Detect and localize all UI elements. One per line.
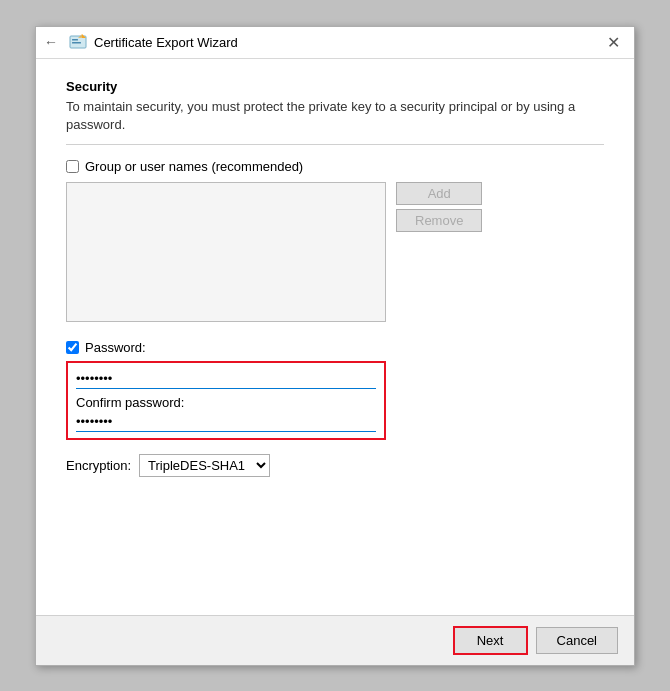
password-section: Password: Confirm password:	[66, 340, 604, 440]
encryption-dropdown[interactable]: TripleDES-SHA1 AES256-SHA256	[139, 454, 270, 477]
title-bar-left: ← Certificate Export Wizard	[44, 32, 238, 52]
wizard-icon	[68, 32, 88, 52]
password-checkbox-row: Password:	[66, 340, 604, 355]
group-checkbox[interactable]	[66, 160, 79, 173]
main-content: Security To maintain security, you must …	[36, 59, 634, 615]
password-label: Password:	[85, 340, 146, 355]
svg-rect-2	[72, 42, 81, 44]
encryption-row: Encryption: TripleDES-SHA1 AES256-SHA256	[66, 454, 604, 477]
section-description: To maintain security, you must protect t…	[66, 98, 604, 134]
next-button[interactable]: Next	[453, 626, 528, 655]
title-bar: ← Certificate Export Wizard ✕	[36, 27, 634, 59]
encryption-label: Encryption:	[66, 458, 131, 473]
add-button[interactable]: Add	[396, 182, 482, 205]
section-divider	[66, 144, 604, 145]
section-title: Security	[66, 79, 604, 94]
list-area: Add Remove	[66, 182, 604, 336]
password-checkbox[interactable]	[66, 341, 79, 354]
dialog-title: Certificate Export Wizard	[94, 35, 238, 50]
close-button[interactable]: ✕	[600, 29, 626, 55]
remove-button[interactable]: Remove	[396, 209, 482, 232]
back-button[interactable]: ←	[44, 34, 58, 50]
group-checkbox-row: Group or user names (recommended)	[66, 159, 604, 174]
footer: Next Cancel	[36, 615, 634, 665]
svg-rect-1	[72, 39, 78, 41]
group-checkbox-label: Group or user names (recommended)	[85, 159, 303, 174]
confirm-password-input[interactable]	[76, 412, 376, 432]
confirm-password-label: Confirm password:	[76, 395, 376, 410]
cancel-button[interactable]: Cancel	[536, 627, 618, 654]
users-listbox[interactable]	[66, 182, 386, 322]
password-input[interactable]	[76, 369, 376, 389]
password-fields-container: Confirm password:	[66, 361, 386, 440]
list-buttons: Add Remove	[396, 182, 482, 232]
certificate-export-wizard-dialog: ← Certificate Export Wizard ✕ Security T…	[35, 26, 635, 666]
